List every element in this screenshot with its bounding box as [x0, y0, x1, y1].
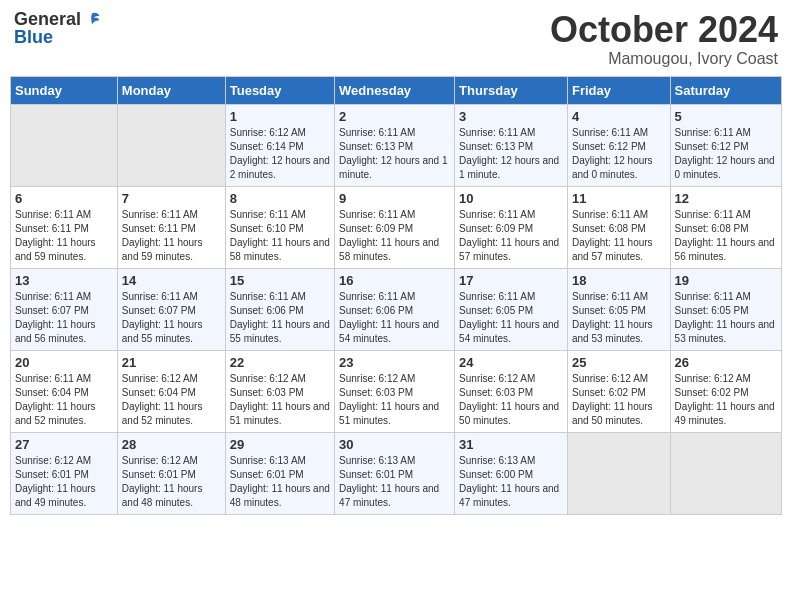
location: Mamougou, Ivory Coast — [550, 50, 778, 68]
logo-general-text: General — [14, 10, 81, 28]
day-info: Sunrise: 6:11 AMSunset: 6:09 PMDaylight:… — [459, 208, 563, 264]
weekday-header: Tuesday — [225, 76, 334, 104]
day-number: 26 — [675, 355, 777, 370]
day-number: 16 — [339, 273, 450, 288]
day-info: Sunrise: 6:12 AMSunset: 6:04 PMDaylight:… — [122, 372, 221, 428]
day-info: Sunrise: 6:11 AMSunset: 6:10 PMDaylight:… — [230, 208, 330, 264]
calendar-cell: 12Sunrise: 6:11 AMSunset: 6:08 PMDayligh… — [670, 186, 781, 268]
calendar-cell: 15Sunrise: 6:11 AMSunset: 6:06 PMDayligh… — [225, 268, 334, 350]
day-info: Sunrise: 6:11 AMSunset: 6:11 PMDaylight:… — [122, 208, 221, 264]
day-number: 12 — [675, 191, 777, 206]
day-number: 11 — [572, 191, 666, 206]
logo-bird-icon — [83, 10, 101, 28]
calendar-cell: 25Sunrise: 6:12 AMSunset: 6:02 PMDayligh… — [567, 350, 670, 432]
day-number: 7 — [122, 191, 221, 206]
day-info: Sunrise: 6:13 AMSunset: 6:01 PMDaylight:… — [230, 454, 330, 510]
calendar-week-row: 20Sunrise: 6:11 AMSunset: 6:04 PMDayligh… — [11, 350, 782, 432]
day-info: Sunrise: 6:11 AMSunset: 6:08 PMDaylight:… — [675, 208, 777, 264]
day-number: 1 — [230, 109, 330, 124]
calendar-week-row: 27Sunrise: 6:12 AMSunset: 6:01 PMDayligh… — [11, 432, 782, 514]
day-number: 2 — [339, 109, 450, 124]
calendar-cell: 2Sunrise: 6:11 AMSunset: 6:13 PMDaylight… — [335, 104, 455, 186]
day-number: 15 — [230, 273, 330, 288]
logo-blue-text: Blue — [14, 28, 53, 46]
calendar-cell: 10Sunrise: 6:11 AMSunset: 6:09 PMDayligh… — [455, 186, 568, 268]
calendar-cell: 6Sunrise: 6:11 AMSunset: 6:11 PMDaylight… — [11, 186, 118, 268]
day-info: Sunrise: 6:12 AMSunset: 6:14 PMDaylight:… — [230, 126, 330, 182]
weekday-header: Wednesday — [335, 76, 455, 104]
day-info: Sunrise: 6:11 AMSunset: 6:06 PMDaylight:… — [230, 290, 330, 346]
day-number: 6 — [15, 191, 113, 206]
calendar-week-row: 13Sunrise: 6:11 AMSunset: 6:07 PMDayligh… — [11, 268, 782, 350]
day-number: 4 — [572, 109, 666, 124]
calendar-cell: 24Sunrise: 6:12 AMSunset: 6:03 PMDayligh… — [455, 350, 568, 432]
day-info: Sunrise: 6:11 AMSunset: 6:09 PMDaylight:… — [339, 208, 450, 264]
day-info: Sunrise: 6:11 AMSunset: 6:12 PMDaylight:… — [675, 126, 777, 182]
day-info: Sunrise: 6:13 AMSunset: 6:00 PMDaylight:… — [459, 454, 563, 510]
calendar-cell — [11, 104, 118, 186]
day-number: 27 — [15, 437, 113, 452]
day-number: 24 — [459, 355, 563, 370]
day-info: Sunrise: 6:11 AMSunset: 6:07 PMDaylight:… — [122, 290, 221, 346]
day-number: 30 — [339, 437, 450, 452]
calendar-week-row: 6Sunrise: 6:11 AMSunset: 6:11 PMDaylight… — [11, 186, 782, 268]
day-number: 14 — [122, 273, 221, 288]
day-number: 18 — [572, 273, 666, 288]
calendar-cell: 16Sunrise: 6:11 AMSunset: 6:06 PMDayligh… — [335, 268, 455, 350]
day-info: Sunrise: 6:11 AMSunset: 6:05 PMDaylight:… — [675, 290, 777, 346]
calendar-cell: 30Sunrise: 6:13 AMSunset: 6:01 PMDayligh… — [335, 432, 455, 514]
day-number: 5 — [675, 109, 777, 124]
day-number: 23 — [339, 355, 450, 370]
day-info: Sunrise: 6:11 AMSunset: 6:05 PMDaylight:… — [572, 290, 666, 346]
calendar-cell: 4Sunrise: 6:11 AMSunset: 6:12 PMDaylight… — [567, 104, 670, 186]
calendar-cell: 21Sunrise: 6:12 AMSunset: 6:04 PMDayligh… — [117, 350, 225, 432]
day-number: 25 — [572, 355, 666, 370]
day-number: 9 — [339, 191, 450, 206]
day-number: 29 — [230, 437, 330, 452]
day-info: Sunrise: 6:11 AMSunset: 6:06 PMDaylight:… — [339, 290, 450, 346]
day-info: Sunrise: 6:11 AMSunset: 6:04 PMDaylight:… — [15, 372, 113, 428]
day-number: 3 — [459, 109, 563, 124]
day-info: Sunrise: 6:11 AMSunset: 6:13 PMDaylight:… — [459, 126, 563, 182]
day-number: 13 — [15, 273, 113, 288]
logo: General Blue — [14, 10, 101, 46]
day-info: Sunrise: 6:13 AMSunset: 6:01 PMDaylight:… — [339, 454, 450, 510]
day-info: Sunrise: 6:12 AMSunset: 6:03 PMDaylight:… — [230, 372, 330, 428]
calendar-cell: 7Sunrise: 6:11 AMSunset: 6:11 PMDaylight… — [117, 186, 225, 268]
weekday-header: Sunday — [11, 76, 118, 104]
calendar-cell: 19Sunrise: 6:11 AMSunset: 6:05 PMDayligh… — [670, 268, 781, 350]
calendar-cell: 9Sunrise: 6:11 AMSunset: 6:09 PMDaylight… — [335, 186, 455, 268]
day-info: Sunrise: 6:12 AMSunset: 6:02 PMDaylight:… — [675, 372, 777, 428]
day-info: Sunrise: 6:12 AMSunset: 6:03 PMDaylight:… — [459, 372, 563, 428]
calendar-cell: 5Sunrise: 6:11 AMSunset: 6:12 PMDaylight… — [670, 104, 781, 186]
day-number: 20 — [15, 355, 113, 370]
day-number: 8 — [230, 191, 330, 206]
calendar-cell: 29Sunrise: 6:13 AMSunset: 6:01 PMDayligh… — [225, 432, 334, 514]
day-info: Sunrise: 6:12 AMSunset: 6:03 PMDaylight:… — [339, 372, 450, 428]
day-number: 31 — [459, 437, 563, 452]
day-number: 19 — [675, 273, 777, 288]
calendar-cell: 18Sunrise: 6:11 AMSunset: 6:05 PMDayligh… — [567, 268, 670, 350]
calendar-cell — [670, 432, 781, 514]
calendar-cell: 31Sunrise: 6:13 AMSunset: 6:00 PMDayligh… — [455, 432, 568, 514]
calendar-cell — [567, 432, 670, 514]
weekday-header: Thursday — [455, 76, 568, 104]
day-number: 22 — [230, 355, 330, 370]
day-info: Sunrise: 6:11 AMSunset: 6:11 PMDaylight:… — [15, 208, 113, 264]
day-info: Sunrise: 6:12 AMSunset: 6:01 PMDaylight:… — [122, 454, 221, 510]
day-number: 10 — [459, 191, 563, 206]
day-info: Sunrise: 6:11 AMSunset: 6:13 PMDaylight:… — [339, 126, 450, 182]
calendar-cell: 22Sunrise: 6:12 AMSunset: 6:03 PMDayligh… — [225, 350, 334, 432]
day-info: Sunrise: 6:11 AMSunset: 6:12 PMDaylight:… — [572, 126, 666, 182]
calendar-cell: 8Sunrise: 6:11 AMSunset: 6:10 PMDaylight… — [225, 186, 334, 268]
calendar-cell: 14Sunrise: 6:11 AMSunset: 6:07 PMDayligh… — [117, 268, 225, 350]
page-header: General Blue October 2024 Mamougou, Ivor… — [10, 10, 782, 68]
day-info: Sunrise: 6:11 AMSunset: 6:05 PMDaylight:… — [459, 290, 563, 346]
calendar-cell: 11Sunrise: 6:11 AMSunset: 6:08 PMDayligh… — [567, 186, 670, 268]
calendar-table: SundayMondayTuesdayWednesdayThursdayFrid… — [10, 76, 782, 515]
calendar-cell: 3Sunrise: 6:11 AMSunset: 6:13 PMDaylight… — [455, 104, 568, 186]
weekday-header: Friday — [567, 76, 670, 104]
calendar-cell — [117, 104, 225, 186]
day-info: Sunrise: 6:12 AMSunset: 6:02 PMDaylight:… — [572, 372, 666, 428]
calendar-cell: 27Sunrise: 6:12 AMSunset: 6:01 PMDayligh… — [11, 432, 118, 514]
